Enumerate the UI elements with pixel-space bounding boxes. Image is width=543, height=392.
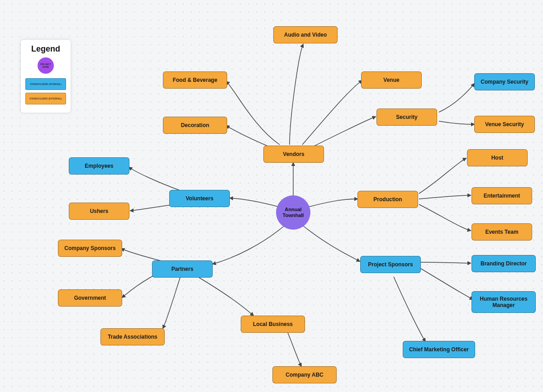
node-cmo[interactable]: Chief Marketing Officer xyxy=(403,341,475,358)
node-food-beverage[interactable]: Food & Beverage xyxy=(163,71,227,89)
node-trade-associations[interactable]: Trade Associations xyxy=(100,328,165,345)
node-vendors[interactable]: Vendors xyxy=(263,146,324,163)
node-hr-manager[interactable]: Human Resources Manager xyxy=(472,291,536,313)
legend-external-swatch: STAKEHOLDERS (EXTERNAL) xyxy=(25,93,66,104)
node-partners[interactable]: Partners xyxy=(152,260,213,278)
node-company-security[interactable]: Company Security xyxy=(474,73,535,90)
center-node[interactable]: Annual Townhall xyxy=(276,195,310,230)
diagram-canvas[interactable]: Annual Townhall Vendors Food & Beverage … xyxy=(0,0,543,392)
node-project-sponsors[interactable]: Project Sponsors xyxy=(360,256,421,273)
node-venue-security[interactable]: Venue Security xyxy=(474,116,535,133)
legend-panel[interactable]: Legend PROJECT NAME STAKEHOLDERS (INTERN… xyxy=(21,40,71,113)
node-branding-director[interactable]: Branding Director xyxy=(472,255,536,272)
center-label: Annual Townhall xyxy=(279,207,308,218)
node-employees[interactable]: Employees xyxy=(69,157,129,175)
legend-project-swatch: PROJECT NAME xyxy=(38,57,54,74)
node-decoration[interactable]: Decoration xyxy=(163,117,227,134)
node-security[interactable]: Security xyxy=(376,109,437,126)
node-company-abc[interactable]: Company ABC xyxy=(272,366,337,383)
node-host[interactable]: Host xyxy=(467,149,528,166)
node-venue[interactable]: Venue xyxy=(361,71,422,89)
node-company-sponsors[interactable]: Company Sponsors xyxy=(58,240,122,257)
node-events-team[interactable]: Events Team xyxy=(472,223,532,241)
node-production[interactable]: Production xyxy=(357,191,418,208)
node-ushers[interactable]: Ushers xyxy=(69,203,129,220)
legend-title: Legend xyxy=(24,44,67,54)
legend-internal-swatch: STAKEHOLDERS (INTERNAL) xyxy=(25,78,66,90)
edges-layer xyxy=(0,0,543,392)
node-government[interactable]: Government xyxy=(58,289,122,307)
node-local-business[interactable]: Local Business xyxy=(241,316,305,333)
node-audio-video[interactable]: Audio and Video xyxy=(273,26,338,43)
node-entertainment[interactable]: Entertainment xyxy=(472,187,532,204)
node-volunteers[interactable]: Volunteers xyxy=(169,190,230,207)
